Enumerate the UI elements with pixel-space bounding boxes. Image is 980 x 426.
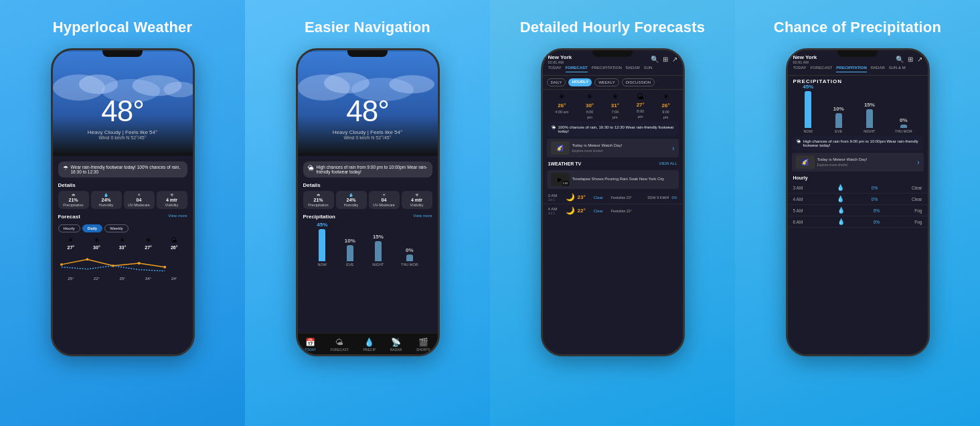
detail-label-2b: Humidity (344, 203, 358, 207)
detail-val-1b: 24% (101, 198, 110, 202)
search-icon-3[interactable]: 🔍 (651, 56, 659, 63)
tab-forecast-3[interactable]: FORECAST (566, 66, 588, 72)
subtab-hourly-3[interactable]: HOURLY (568, 78, 592, 86)
hi-time-2-3: 6:00 (586, 110, 594, 114)
main-body-3: DAILY HOURLY WEEKLY DISCUSSION ☀ 26° 4:0… (543, 76, 683, 354)
news-card-1-3[interactable]: 🌠 Today is Meteor Watch Day! Explore mor… (547, 139, 679, 157)
tab-precip-4[interactable]: PRECIPITATION (836, 66, 866, 72)
news-thumb-4: 🌠 (796, 155, 815, 169)
forecast-1e: 🌤 26° (171, 236, 178, 250)
tab-forecast-4[interactable]: FORECAST (811, 66, 833, 72)
app-tabs-4: TODAY FORECAST PRECIPITATION RADAR SUN &… (793, 66, 922, 72)
layers-icon-4[interactable]: ⊞ (908, 56, 913, 63)
detail-label-1c: UV-Moderate (128, 203, 149, 207)
tab-radar-4[interactable]: RADAR (871, 66, 885, 72)
news-arrow-4[interactable]: › (917, 159, 919, 166)
bar-vis-thu-2 (406, 255, 413, 261)
news-card-2-3[interactable]: ▶ 1:02 Timelapse Shows Pouring Rain Soak… (547, 170, 679, 189)
search-icon-4[interactable]: 🔍 (896, 56, 904, 63)
nav-today-2[interactable]: 📅 TODAY (305, 338, 316, 352)
hi-time-3-3: 7:00 (612, 110, 619, 114)
alert-text-2: High chances of rain from 9:00 pm to 10:… (317, 165, 428, 174)
share-icon-3[interactable]: ↗ (672, 56, 677, 63)
forecast-row-2-3: 4 AM Jul 1 🌙 22° Clear Feelslike 22° (543, 204, 683, 217)
bar-label-now-4: NOW (804, 129, 813, 133)
subtab-weekly-3[interactable]: WEEKLY (594, 78, 619, 86)
tab-radar-3[interactable]: RADAR (626, 66, 640, 72)
ct-1c: 25° (119, 277, 125, 281)
share-icon-4[interactable]: ↗ (917, 56, 922, 63)
svg-point-6 (60, 263, 62, 266)
forecast-header-1: Forecast View more (58, 212, 187, 220)
tab-sun-4[interactable]: SUN & M (889, 66, 906, 72)
ficon-1a: ☀ (68, 236, 74, 244)
view-more-2[interactable]: View more (413, 214, 432, 218)
tab-today-4[interactable]: TODAY (793, 66, 807, 72)
screen-2: 48° Heavy Cloudy | Feels like 54° Wind 0… (298, 50, 438, 354)
hourly-label-4: Hourly (788, 173, 928, 182)
row-feels-2-3: Feelslike 22° (611, 209, 677, 213)
condition-1: Heavy Cloudy | Feels like 54° (88, 129, 157, 135)
hi-time2-5-3: pm (663, 115, 669, 119)
hli-time-1-4: 3 AM (793, 186, 810, 190)
bar-vis-eve-2 (347, 245, 353, 261)
nav-radar-2[interactable]: 📡 RADAR (390, 338, 402, 352)
tab-sun-3[interactable]: SUN (644, 66, 653, 72)
tooltip-text-4: High chances of rain from 9:00 pm to 10:… (803, 139, 919, 147)
tab-precip-3[interactable]: PRECIPITATION (592, 66, 622, 72)
hli-icon-3-4: 💧 (837, 207, 845, 214)
detail-label-1d: Visibility (165, 203, 179, 207)
nav-forecast-2[interactable]: 🌤 FORECAST (331, 338, 349, 352)
news-sub-4: Explore more shorts! (817, 163, 868, 167)
hi-2-3: ☀ 30° 6:00 pm (586, 92, 594, 119)
hi-time2-3-3: pm (612, 115, 618, 119)
details-row-2: 🌧 21% Precipitation 💧 24% Humidity ☀ 04 … (303, 191, 432, 209)
tab-weekly-1[interactable]: Weekly (104, 224, 129, 232)
hi-temp-4-3: 27° (637, 102, 645, 108)
hi-temp-5-3: 26° (662, 102, 670, 109)
hli-pct-2-4: 0% (872, 197, 885, 202)
detail-uv-2: ☀ 04 UV-Moderate (369, 191, 400, 209)
tv-label-3: 1WEATHER TV (548, 161, 582, 166)
bar-pct-now-2: 45% (317, 222, 327, 228)
weather-body-1: ☂ Wear rain-friendly footwear today! 100… (53, 157, 193, 354)
bar-label-night-4: NIGHT (864, 129, 875, 133)
weather-bg-1: 48° Heavy Cloudy | Feels like 54° Wind 0… (53, 50, 193, 157)
tab-hourly-1[interactable]: Hourly (58, 224, 80, 232)
tab-daily-1[interactable]: Daily (82, 224, 102, 232)
nav-today-label-2: TODAY (305, 348, 316, 352)
news-title-2-3: Timelapse Shows Pouring Rain Soak New Yo… (572, 177, 665, 182)
phone-notch-1 (102, 50, 143, 57)
weather-bg-2: 48° Heavy Cloudy | Feels like 54° Wind 0… (298, 50, 438, 157)
view-all-3[interactable]: VIEW ALL (659, 161, 677, 166)
view-more-1[interactable]: View more (168, 214, 187, 218)
ct-1a: 25° (68, 277, 74, 281)
hi-icon-5-3: ☀ (663, 92, 669, 101)
news-arrow-1-3[interactable]: › (672, 145, 674, 152)
subtab-discussion-3[interactable]: DISCUSSION (622, 78, 655, 86)
forecast-1a: ☀ 27° (68, 236, 75, 250)
hi-icon-1-3: ☀ (558, 92, 565, 101)
nav-shorts-icon-2: 🎬 (418, 338, 428, 347)
layers-icon-3[interactable]: ⊞ (663, 56, 668, 63)
nav-radar-icon-2: 📡 (391, 338, 401, 347)
news-sub-1-3: Explore more shorts! (572, 149, 623, 153)
ct-1d: 24° (145, 277, 151, 281)
news-card-4[interactable]: 🌠 Today is Meteor Watch Day! Explore mor… (792, 153, 924, 171)
subtab-daily-3[interactable]: DAILY (547, 78, 566, 86)
nav-precip-2[interactable]: 💧 PRECIP (363, 338, 376, 352)
hi-temp-2-3: 30° (586, 102, 594, 109)
bar-pct-night-2: 15% (373, 234, 384, 240)
hourly-row-3: ☀ 26° 4:00 am ☀ 30° 6:00 pm ☀ 31° 7:00 (543, 90, 683, 122)
hli-time-4-4: 6 AM (793, 220, 810, 224)
tab-today-3[interactable]: TODAY (548, 66, 562, 72)
ficon-1b: ☀ (94, 236, 100, 244)
hi-icon-3-3: ☀ (612, 92, 619, 101)
ftemp-1a: 27° (68, 245, 75, 250)
app-tabs-3: TODAY FORECAST PRECIPITATION RADAR SUN (548, 66, 677, 72)
hli-time-2-4: 4 AM (793, 197, 810, 202)
row-date-2-3: Jul 1 (548, 211, 563, 215)
tv-header-3: 1WEATHER TV VIEW ALL (543, 159, 683, 168)
news-text-1-3: Today is Meteor Watch Day! Explore more … (572, 143, 623, 153)
nav-shorts-2[interactable]: 🎬 SHORTS (416, 338, 430, 352)
